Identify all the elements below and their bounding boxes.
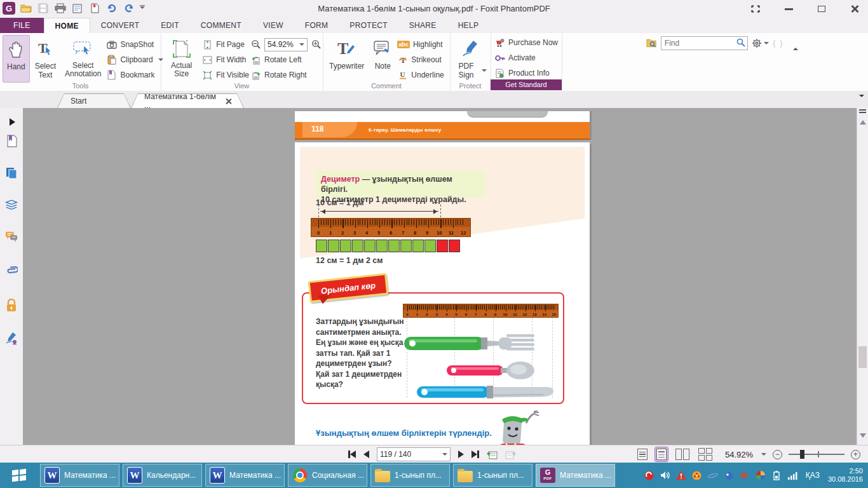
minimize-button[interactable] xyxy=(780,3,797,15)
taskbar-foxit-active[interactable]: GPDF Математика ... xyxy=(536,464,615,487)
expand-panel-icon[interactable] xyxy=(8,116,20,128)
vertical-scrollbar[interactable] xyxy=(857,108,868,445)
layers-panel-icon[interactable] xyxy=(5,198,18,211)
signature-panel-icon[interactable] xyxy=(5,332,18,344)
purchase-now-button[interactable]: Purchase Now xyxy=(494,36,558,50)
close-button[interactable] xyxy=(846,3,863,15)
rotate-left-button[interactable]: Rotate Left xyxy=(250,53,322,67)
search-folder-icon[interactable] xyxy=(646,38,657,49)
ribbon-tab[interactable]: CONVERT xyxy=(90,18,151,33)
taskbar-word-3[interactable]: W Математика ... xyxy=(205,464,285,487)
ribbon-tab[interactable]: EDIT xyxy=(150,18,190,33)
clipboard-button[interactable]: Clipboard xyxy=(106,53,163,67)
hand-tool-button[interactable]: Hand xyxy=(3,35,30,83)
next-page-button[interactable] xyxy=(458,451,464,458)
taskbar-folder-2[interactable]: 1-сынып пл... xyxy=(453,464,532,487)
page-dropdown-icon[interactable] xyxy=(442,453,447,458)
ribbon-tab[interactable]: FORM xyxy=(294,18,339,33)
zoom-slider-thumb[interactable] xyxy=(800,450,804,459)
fit-page-button[interactable]: Fit Page xyxy=(202,37,249,51)
document-canvas[interactable]: 118 6-тарау. Шамаларды өлшеу Дециметр — … xyxy=(23,108,857,445)
zoom-dropdown-icon[interactable] xyxy=(299,43,304,48)
strikeout-button[interactable]: T Strikeout xyxy=(397,53,444,67)
single-page-view-icon[interactable] xyxy=(636,447,649,461)
bookmarks-panel-icon[interactable] xyxy=(5,135,18,147)
collapse-ribbon-icon[interactable] xyxy=(793,39,798,48)
orange-flower-tray-icon[interactable] xyxy=(692,470,702,480)
get-standard-label[interactable]: Get Standard xyxy=(491,79,562,90)
battery-tray-icon[interactable] xyxy=(771,470,782,480)
red-horn-tray-icon[interactable] xyxy=(740,470,750,480)
page-number-combobox[interactable]: 119 / 140 xyxy=(377,447,451,461)
first-page-button[interactable] xyxy=(348,451,356,458)
actual-size-button[interactable]: Actual Size xyxy=(162,35,201,81)
ribbon-tab[interactable]: HOME xyxy=(44,18,90,33)
scroll-down-icon[interactable] xyxy=(860,433,866,441)
pages-panel-icon[interactable] xyxy=(5,166,18,179)
highlight-button[interactable]: abc Highlight xyxy=(397,37,444,51)
language-indicator[interactable]: ҚАЗ xyxy=(806,471,820,480)
ribbon-tab[interactable]: COMMENT xyxy=(190,18,252,33)
taskbar-clock[interactable]: 2:50 30.08.2016 xyxy=(828,467,863,484)
attachments-panel-icon[interactable] xyxy=(5,265,18,278)
red-swirl-tray-icon[interactable] xyxy=(644,470,654,480)
continuous-facing-view-icon[interactable] xyxy=(697,447,714,462)
ribbon-tab[interactable]: PROTECT xyxy=(339,18,398,33)
ribbon-tab[interactable]: SHARE xyxy=(398,18,447,33)
zoom-combobox[interactable]: 54.92% xyxy=(264,38,308,51)
zoom-in-button[interactable]: + xyxy=(851,450,860,459)
last-page-button[interactable] xyxy=(471,451,479,458)
planet-tray-icon[interactable] xyxy=(708,470,718,480)
network-signal-tray-icon[interactable] xyxy=(787,470,797,480)
taskbar-folder-1[interactable]: 1-сынып пл... xyxy=(370,464,450,487)
facing-view-icon[interactable] xyxy=(674,447,691,461)
pdf-sign-dropdown-icon[interactable] xyxy=(482,69,487,74)
comments-panel-icon[interactable] xyxy=(5,230,18,243)
close-tab-icon[interactable] xyxy=(226,98,231,104)
volume-tray-icon[interactable] xyxy=(660,470,670,480)
find-input[interactable] xyxy=(661,36,748,50)
blue-glove-tray-icon[interactable] xyxy=(724,470,734,480)
zoom-out-button[interactable]: − xyxy=(773,450,782,459)
continuous-view-icon[interactable] xyxy=(655,447,668,461)
start-button[interactable] xyxy=(0,463,38,488)
zoom-status-dropdown-icon[interactable] xyxy=(761,453,766,458)
security-panel-icon[interactable] xyxy=(5,299,18,311)
ribbon-tab[interactable]: HELP xyxy=(447,18,490,33)
bookmark-button[interactable]: Bookmark xyxy=(106,68,163,82)
rotate-right-button[interactable]: Rotate Right xyxy=(250,68,322,82)
pdf-sign-button[interactable]: PDF Sign xyxy=(450,35,491,81)
scroll-up-icon[interactable] xyxy=(860,117,866,125)
underline-button[interactable]: U Underline xyxy=(397,68,444,82)
fit-visible-button[interactable]: Fit Visible xyxy=(202,68,249,82)
taskbar-word-2[interactable]: W Кальендарн... xyxy=(123,464,202,487)
ribbon-tab[interactable]: VIEW xyxy=(252,18,294,33)
zoom-in-icon[interactable] xyxy=(311,39,322,50)
product-info-button[interactable]: Product Info xyxy=(494,66,558,80)
next-view-icon[interactable] xyxy=(505,449,516,460)
restore-button[interactable] xyxy=(813,3,830,15)
fullscreen-icon[interactable] xyxy=(747,3,764,15)
note-button[interactable]: Note xyxy=(369,35,396,81)
activate-button[interactable]: Activate xyxy=(494,51,558,65)
previous-page-button[interactable] xyxy=(363,451,369,458)
select-annotation-button[interactable]: Select Annotation xyxy=(61,35,105,81)
typewriter-button[interactable]: T Typewriter xyxy=(325,35,368,81)
warning-tray-icon[interactable] xyxy=(676,470,686,480)
taskbar-word-1[interactable]: W Математика ... xyxy=(40,464,119,487)
ribbon-tab[interactable]: FILE xyxy=(0,18,44,33)
scrollbar-thumb[interactable] xyxy=(858,346,867,368)
find-options-dropdown-icon[interactable] xyxy=(764,42,769,47)
splitter-handle[interactable] xyxy=(859,109,866,111)
taskbar-chrome[interactable]: Социальная ... xyxy=(288,464,367,487)
tab-start[interactable]: Start xyxy=(57,93,131,108)
find-options-button[interactable] xyxy=(752,38,769,48)
fit-width-button[interactable]: Fit Width xyxy=(202,53,249,67)
pinwheel-tray-icon[interactable] xyxy=(756,470,766,480)
select-text-button[interactable]: T Select Text xyxy=(31,35,60,81)
find-next-icon[interactable]: ⟩ xyxy=(780,39,783,48)
tab-document[interactable]: Математика 1-бөлім ... xyxy=(131,93,244,108)
zoom-out-icon[interactable] xyxy=(250,39,261,50)
previous-view-icon[interactable] xyxy=(487,449,498,460)
tab-list-dropdown-icon[interactable] xyxy=(857,97,864,109)
